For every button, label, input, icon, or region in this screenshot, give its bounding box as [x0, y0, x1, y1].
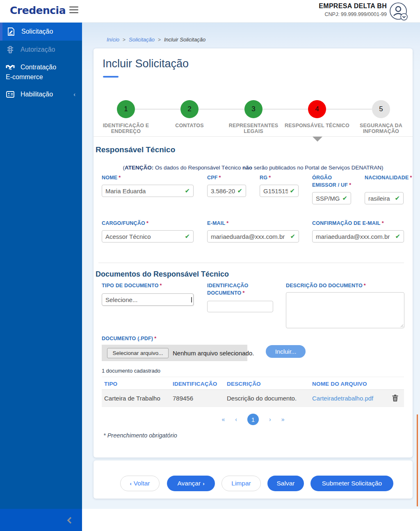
label-nome: NOME* [102, 174, 121, 182]
avancar-button[interactable]: Avançar› [167, 476, 215, 491]
label-cargo: CARGO/FUNÇÃO* [102, 220, 148, 227]
label-confirmacao-email: CONFIRMAÇÃO DE E-MAIL* [312, 220, 384, 227]
valid-check-icon: ✔ [288, 233, 295, 240]
valid-check-icon: ✔ [183, 233, 190, 240]
scrollbar-accent[interactable] [417, 414, 418, 506]
section-title-documentos: Documentos do Responsável Técnico [96, 270, 229, 279]
menu-toggle-button[interactable] [69, 7, 78, 14]
input-cargo-value: Acessor Técnico [105, 233, 183, 240]
breadcrumb-current: Incluir Solicitação [164, 37, 205, 43]
label-orgao-emissor: ÓRGÃO EMISSOR / UF* [312, 174, 353, 189]
label-nacionalidade: NACIONALIDADE* [365, 174, 405, 182]
input-cpf[interactable]: 3.586-20 ✔ [207, 185, 246, 197]
step-label-2: CONTATOS [156, 123, 223, 128]
step-number: 4 [315, 105, 319, 113]
step-label-5: SEGURANÇA DA INFORMAÇÃO [347, 123, 415, 135]
valid-check-icon: ✔ [393, 195, 400, 202]
title-accent-bar [103, 76, 119, 78]
input-rg[interactable]: G151515 ✔ [260, 185, 299, 197]
label-cpf: CPF* [207, 174, 221, 182]
step-number: 2 [187, 105, 191, 113]
pagination-page-1[interactable]: 1 [247, 414, 259, 425]
stepper-step-5[interactable]: 5 [372, 100, 390, 118]
pagination-first-button[interactable]: « [222, 416, 225, 423]
salvar-button[interactable]: Salvar [267, 476, 304, 491]
column-header-tipo: TIPO [104, 381, 117, 387]
application-window: Credencia EMPRESA DELTA BH CNPJ: 99.999.… [0, 0, 420, 531]
step-number: 1 [124, 105, 128, 113]
document-count-text: 1 documento cadastrado [102, 368, 160, 374]
input-rg-value: G151515 [263, 188, 288, 195]
voltar-button[interactable]: ‹Voltar [120, 476, 160, 491]
breadcrumb-separator: > [155, 37, 164, 43]
cell-identificacao: 789456 [173, 395, 193, 402]
limpar-button[interactable]: Limpar [221, 476, 261, 491]
input-orgao-emissor[interactable]: SSP/MG ✔ [312, 192, 351, 204]
sidebar-item-label: Autorização [21, 46, 55, 53]
sidebar-collapse-button[interactable] [0, 509, 82, 531]
stepper-step-3[interactable]: 3 [244, 100, 262, 118]
stepper-step-4[interactable]: 4 [308, 100, 326, 118]
pagination-prev-button[interactable]: ‹ [235, 416, 237, 423]
pagination-last-button[interactable]: » [281, 416, 285, 423]
step-number: 3 [251, 105, 255, 113]
attention-note: (ATENÇÃO: Os dados do Responsável Técnic… [94, 165, 413, 171]
input-nacionalidade-value: rasileira [368, 195, 393, 202]
breadcrumb-link-inicio[interactable]: Início [107, 37, 119, 43]
chevron-left-icon: ‹ [130, 481, 132, 487]
sidebar-item-label: Habilitação [21, 91, 53, 98]
input-nacionalidade[interactable]: rasileira ✔ [365, 192, 404, 204]
main-form-card: Incluir Solicitação 1 2 3 4 5 IDENTIFICA… [94, 48, 413, 458]
column-header-identificacao: IDENTIFICAÇÃO [173, 381, 217, 387]
input-nome-value: Maria Eduarda [105, 188, 183, 195]
input-email[interactable]: mariaeduarda@xxx.com.br ✔ [207, 230, 299, 243]
table-header-row: TIPO IDENTIFICAÇÃO DESCRIÇÃO NOME DO ARQ… [102, 377, 404, 390]
sidebar-item-contratacao-ecommerce[interactable]: Contratação E-commerce [0, 59, 82, 86]
resize-grip-icon[interactable] [399, 323, 403, 327]
label-identificacao-documento: IDENTIFICAÇÃODOCUMENTO* [207, 282, 249, 297]
company-cnpj: CNPJ: 99.999.999/0001-99 [319, 11, 387, 17]
user-account-menu[interactable] [389, 2, 409, 21]
input-cpf-value: 3.586-20 [211, 188, 235, 195]
app-logo: Credencia [10, 5, 66, 16]
active-step-arrow-icon [313, 137, 322, 142]
label-email: E-MAIL* [207, 220, 228, 227]
sidebar-item-autorizacao[interactable]: Autorização [0, 41, 82, 59]
identificacao-documento-input[interactable] [207, 301, 273, 312]
page-title: Incluir Solicitação [103, 57, 189, 70]
file-upload-field: Selecionar arquivo... Nenhum arquivo sel… [102, 345, 247, 361]
breadcrumb-link-solicitacao[interactable]: Solicitação [129, 37, 155, 43]
valid-check-icon: ✔ [393, 233, 400, 240]
table-row: Carteira de Trabalho 789456 Descrição do… [102, 390, 404, 407]
sidebar-item-habilitacao[interactable]: Habilitação ‹ [0, 86, 82, 103]
submeter-solicitacao-button[interactable]: Submeter Solicitação [310, 476, 393, 491]
input-cargo[interactable]: Acessor Técnico ✔ [102, 230, 194, 243]
sidebar-item-label: Solicitação [21, 28, 53, 35]
pagination-next-button[interactable]: › [269, 416, 271, 423]
sidebar-item-solicitacao[interactable]: Solicitação [0, 23, 82, 41]
company-info: EMPRESA DELTA BH CNPJ: 99.999.999/0001-9… [319, 2, 387, 17]
stepper-step-2[interactable]: 2 [180, 100, 199, 118]
breadcrumb-separator: > [119, 37, 129, 43]
incluir-button[interactable]: Incluir... [266, 345, 306, 358]
section-divider [98, 263, 404, 263]
stepper-step-1[interactable]: 1 [117, 100, 135, 118]
chevron-right-icon: › [203, 481, 204, 487]
valid-check-icon: ✔ [340, 195, 347, 202]
column-header-arquivo: NOME DO ARQUIVO [312, 381, 367, 387]
limpar-label: Limpar [231, 480, 251, 487]
step-label-1: IDENTIFICAÇÃO E ENDEREÇO [92, 123, 160, 135]
delete-document-button[interactable] [392, 394, 398, 403]
cell-tipo: Carteira de Trabalho [104, 395, 160, 402]
valid-check-icon: ✔ [183, 187, 190, 195]
descricao-documento-textarea[interactable] [286, 292, 404, 328]
input-nome[interactable]: Maria Eduarda ✔ [102, 185, 194, 197]
avancar-label: Avançar [178, 480, 201, 487]
documents-table: TIPO IDENTIFICAÇÃO DESCRIÇÃO NOME DO ARQ… [102, 377, 404, 407]
file-select-button[interactable]: Selecionar arquivo... [107, 348, 169, 358]
cell-descricao: Descrição do documento. [227, 395, 297, 402]
tipo-documento-select[interactable]: Selecione... [102, 293, 194, 306]
submeter-label: Submeter Solicitação [322, 480, 382, 487]
cell-arquivo-link[interactable]: Carteiradetrabalho.pdf [312, 395, 373, 402]
input-confirmacao-email[interactable]: mariaeduarda@xxx.com.br ✔ [312, 230, 404, 243]
